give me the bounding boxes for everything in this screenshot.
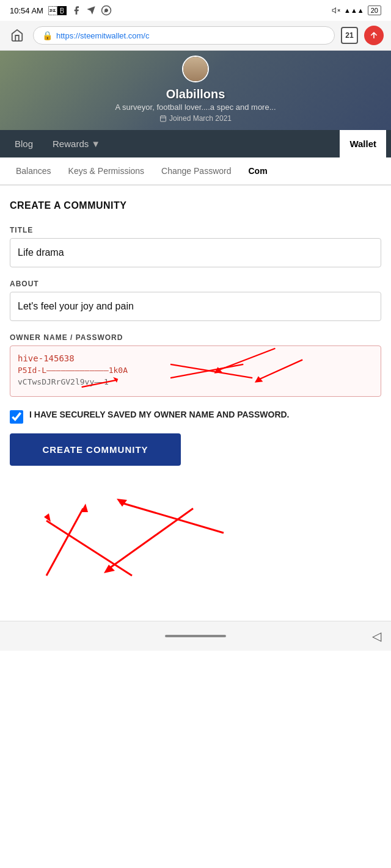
owner-saved-checkbox[interactable] bbox=[10, 410, 23, 424]
svg-line-9 bbox=[216, 349, 276, 371]
browser-bar: 🔒 https://steemitwallet.com/c 21 bbox=[0, 21, 391, 51]
mute-icon bbox=[332, 6, 340, 15]
profile-info: Olabillons A surveyor, football lover...… bbox=[115, 87, 276, 123]
home-indicator bbox=[165, 635, 226, 637]
url-text: https://steemitwallet.com/c bbox=[56, 31, 149, 40]
tab-rewards[interactable]: Rewards ▼ bbox=[43, 130, 110, 157]
owner-name-line: hive-145638 bbox=[18, 353, 373, 363]
form-title: CREATE A COMMUNITY bbox=[10, 200, 381, 211]
tab-wallet[interactable]: Wallet bbox=[340, 130, 386, 157]
svg-line-17 bbox=[46, 508, 83, 576]
svg-line-15 bbox=[170, 364, 252, 378]
back-button[interactable]: ◁ bbox=[372, 629, 381, 643]
nav-tabs: Blog Rewards ▼ Wallet bbox=[0, 130, 391, 157]
svg-marker-22 bbox=[117, 499, 127, 507]
bottom-nav: ◁ bbox=[0, 621, 391, 651]
status-left: 10:54 AM 🅱 bbox=[10, 5, 112, 16]
status-time: 10:54 AM bbox=[10, 6, 43, 15]
about-group: ABOUT bbox=[10, 280, 381, 321]
about-label: ABOUT bbox=[10, 280, 381, 288]
subnav-balances[interactable]: Balances bbox=[7, 157, 60, 184]
facebook-icon: 🅱 bbox=[48, 5, 67, 16]
status-right: ▲▲▲ 20 bbox=[332, 5, 381, 15]
svg-line-23 bbox=[108, 508, 193, 570]
facebook-icon bbox=[71, 5, 81, 15]
telegram-icon bbox=[86, 5, 96, 15]
annotation-arrows bbox=[10, 346, 381, 396]
button-container: CREATE COMMUNITY bbox=[10, 433, 381, 582]
button-annotation-arrows bbox=[10, 472, 254, 582]
profile-joined: Joined March 2021 bbox=[115, 114, 276, 123]
lock-icon: 🔒 bbox=[42, 31, 53, 40]
svg-marker-1 bbox=[332, 8, 335, 13]
owner-label: OWNER NAME / PASSWORD bbox=[10, 333, 381, 342]
svg-marker-14 bbox=[113, 377, 118, 383]
sub-nav: Balances Keys & Permissions Change Passw… bbox=[0, 157, 391, 186]
subnav-community[interactable]: Com bbox=[239, 157, 276, 186]
title-label: TITLE bbox=[10, 226, 381, 234]
title-group: TITLE bbox=[10, 226, 381, 267]
title-input[interactable] bbox=[10, 238, 381, 267]
profile-header: Olabillons A surveyor, football lover...… bbox=[0, 51, 391, 130]
upload-button[interactable] bbox=[364, 26, 384, 45]
checkbox-area: I HAVE SECURELY SAVED MY OWNER NAME AND … bbox=[10, 409, 381, 424]
tab-blog[interactable]: Blog bbox=[5, 130, 43, 157]
battery-icon: 20 bbox=[368, 5, 381, 15]
create-community-button[interactable]: CREATE COMMUNITY bbox=[10, 433, 181, 466]
subnav-change-password[interactable]: Change Password bbox=[153, 157, 239, 184]
svg-line-11 bbox=[257, 360, 303, 380]
subnav-keys[interactable]: Keys & Permissions bbox=[60, 157, 153, 184]
about-input[interactable] bbox=[10, 292, 381, 321]
svg-line-21 bbox=[120, 502, 224, 533]
home-button[interactable] bbox=[7, 26, 27, 45]
owner-box: hive-145638 P5Id-L—————————————1k0A vCTw… bbox=[10, 345, 381, 397]
svg-marker-18 bbox=[81, 504, 88, 512]
tab-count[interactable]: 21 bbox=[341, 27, 358, 44]
url-bar[interactable]: 🔒 https://steemitwallet.com/c bbox=[33, 26, 335, 45]
profile-name: Olabillons bbox=[115, 87, 276, 101]
checkbox-label: I HAVE SECURELY SAVED MY OWNER NAME AND … bbox=[29, 409, 290, 421]
svg-rect-5 bbox=[160, 116, 166, 121]
profile-bio: A surveyor, football lover....a spec and… bbox=[115, 103, 276, 112]
status-bar: 10:54 AM 🅱 ▲▲▲ 20 bbox=[0, 0, 391, 21]
svg-line-13 bbox=[82, 380, 116, 387]
owner-pass1: P5Id-L—————————————1k0A bbox=[18, 366, 373, 375]
svg-line-19 bbox=[46, 521, 132, 576]
dropdown-icon: ▼ bbox=[91, 139, 100, 149]
svg-line-16 bbox=[170, 364, 243, 378]
svg-marker-12 bbox=[255, 376, 263, 382]
avatar bbox=[182, 56, 209, 82]
whatsapp-icon bbox=[101, 5, 112, 16]
joined-text: Joined March 2021 bbox=[169, 114, 232, 123]
owner-pass2: vCTwsDJRrGV2l9vy——1 bbox=[18, 377, 373, 386]
form-container: CREATE A COMMUNITY TITLE ABOUT OWNER NAM… bbox=[0, 186, 391, 596]
signal-icon: ▲▲▲ bbox=[344, 7, 364, 14]
svg-marker-10 bbox=[214, 367, 222, 373]
owner-group: OWNER NAME / PASSWORD hive-145638 P5Id-L… bbox=[10, 333, 381, 397]
